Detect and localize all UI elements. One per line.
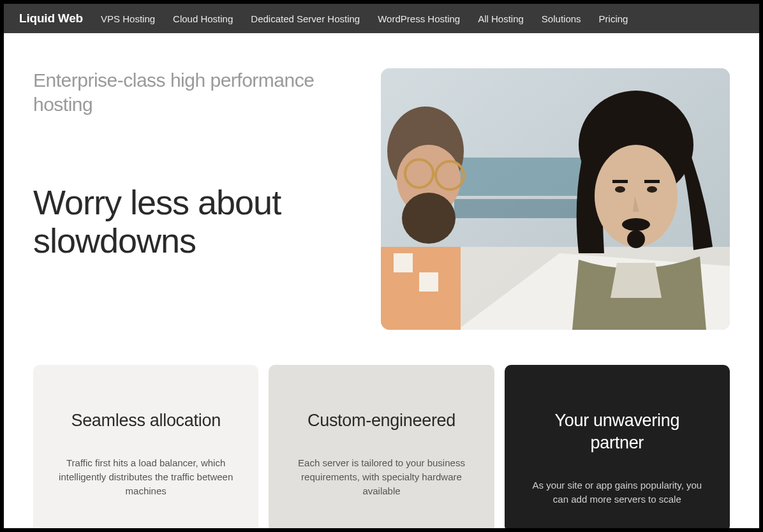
main-navbar: Liquid Web VPS Hosting Cloud Hosting Ded… (4, 4, 759, 33)
hero-subtitle: Enterprise-class high performance hostin… (33, 68, 355, 116)
svg-point-21 (627, 230, 645, 248)
nav-link-wordpress[interactable]: WordPress Hosting (378, 13, 460, 24)
card-title: Your unwavering partner (530, 410, 704, 454)
nav-link-dedicated[interactable]: Dedicated Server Hosting (251, 13, 360, 24)
card-desc: Traffic first hits a load balancer, whic… (59, 456, 233, 498)
feature-cards: Seamless allocation Traffic first hits a… (4, 330, 759, 528)
svg-point-17 (647, 186, 657, 193)
nav-link-solutions[interactable]: Solutions (542, 13, 581, 24)
nav-link-all[interactable]: All Hosting (478, 13, 524, 24)
svg-rect-18 (612, 180, 628, 183)
nav-link-pricing[interactable]: Pricing (599, 13, 628, 24)
card-title: Seamless allocation (59, 410, 233, 432)
svg-rect-13 (419, 272, 438, 292)
brand-logo[interactable]: Liquid Web (19, 11, 83, 26)
card-title: Custom-engineered (294, 410, 468, 432)
nav-link-vps[interactable]: VPS Hosting (101, 13, 155, 24)
svg-point-20 (622, 218, 650, 231)
hero-title: Worry less about slowdowns (33, 183, 355, 260)
nav-link-cloud[interactable]: Cloud Hosting (173, 13, 233, 24)
svg-point-7 (402, 193, 456, 244)
card-unwavering-partner: Your unwavering partner As your site or … (505, 365, 730, 528)
nav-links: VPS Hosting Cloud Hosting Dedicated Serv… (101, 13, 628, 24)
card-desc: Each server is tailored to your business… (294, 456, 468, 498)
svg-line-10 (433, 174, 436, 175)
card-seamless-allocation: Seamless allocation Traffic first hits a… (33, 365, 258, 528)
hero-image (381, 68, 730, 330)
hero-text: Enterprise-class high performance hostin… (33, 68, 355, 330)
svg-rect-19 (644, 180, 660, 183)
card-custom-engineered: Custom-engineered Each server is tailore… (269, 365, 494, 528)
hero-section: Enterprise-class high performance hostin… (4, 33, 759, 330)
svg-rect-12 (394, 253, 413, 272)
card-desc: As your site or app gains popularity, yo… (530, 478, 704, 506)
svg-point-16 (615, 186, 625, 193)
